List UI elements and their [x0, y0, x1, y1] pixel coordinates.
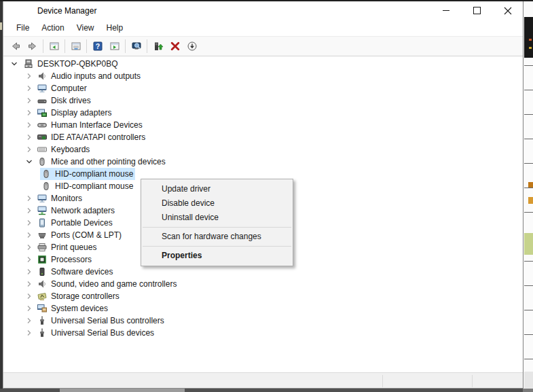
context-menu-item-uninstall-device[interactable]: Uninstall device: [141, 211, 293, 225]
context-menu-item-scan-for-hardware-changes[interactable]: Scan for hardware changes: [141, 230, 293, 244]
status-bar-separator: [382, 375, 383, 387]
system-device-icon: [37, 303, 48, 314]
chevron-right-icon[interactable]: [24, 83, 35, 94]
tree-item-display-adapters[interactable]: Display adapters: [36, 107, 113, 119]
tree-item-ide-ata-atapi-controllers[interactable]: IDE ATA/ATAPI controllers: [36, 131, 147, 143]
chevron-right-icon[interactable]: [24, 303, 35, 314]
chevron-right-icon[interactable]: [24, 266, 35, 277]
back-button[interactable]: [7, 38, 24, 54]
title-bar[interactable]: Device Manager: [3, 1, 523, 20]
minimize-button[interactable]: [431, 1, 462, 20]
maximize-button[interactable]: [462, 1, 492, 20]
tree-item-monitors[interactable]: Monitors: [36, 192, 84, 204]
close-button[interactable]: [492, 1, 523, 20]
menubar-item-action[interactable]: Action: [35, 21, 70, 35]
background-orange-mark: [528, 182, 533, 188]
chevron-right-icon[interactable]: [24, 132, 35, 143]
tree-item-portable-devices[interactable]: Portable Devices: [36, 217, 115, 229]
chevron-right-icon[interactable]: [24, 107, 35, 118]
forward-icon: [27, 41, 38, 52]
display-adapter-icon: [37, 107, 48, 118]
chevron-right-icon[interactable]: [24, 254, 35, 265]
tree-item-disk-drives[interactable]: Disk drives: [36, 94, 93, 107]
background-taskbar-edge: [0, 389, 533, 392]
svg-text:?: ?: [95, 42, 99, 50]
ide-controller-icon: [37, 132, 48, 143]
tree-row: Display adapters: [3, 107, 523, 119]
scan-hardware-button[interactable]: [128, 38, 145, 54]
tree-item-network-adapters[interactable]: Network adapters: [36, 204, 117, 217]
tree-row: IDE ATA/ATAPI controllers: [3, 131, 523, 143]
chevron-down-icon[interactable]: [9, 58, 20, 69]
tree-item-label: HID-compliant mouse: [55, 169, 133, 179]
forward-button[interactable]: [24, 38, 41, 54]
tree-item-label: Mice and other pointing devices: [51, 157, 166, 166]
tree-item-software-devices[interactable]: Software devices: [36, 266, 115, 278]
tree-item-label: Monitors: [51, 194, 82, 203]
disable-device-button[interactable]: [183, 38, 200, 54]
chevron-right-icon[interactable]: [24, 71, 35, 82]
sound-icon: [37, 279, 48, 289]
disk-icon: [37, 95, 48, 106]
menubar-item-help[interactable]: Help: [100, 21, 130, 35]
chevron-down-icon[interactable]: [24, 156, 35, 167]
chevron-right-icon[interactable]: [24, 120, 35, 130]
tree-item-label: IDE ATA/ATAPI controllers: [51, 132, 145, 142]
help-button[interactable]: ?: [89, 38, 106, 54]
context-menu: Update driverDisable deviceUninstall dev…: [141, 179, 293, 266]
chevron-right-icon[interactable]: [24, 205, 35, 216]
chevron-right-icon[interactable]: [24, 144, 35, 155]
tree-row: System devices: [3, 302, 523, 315]
chevron-right-icon[interactable]: [24, 95, 35, 106]
tree-item-universal-serial-bus-devices[interactable]: Universal Serial Bus devices: [36, 327, 156, 339]
window-title: Device Manager: [37, 6, 96, 16]
printer-icon: [37, 242, 48, 253]
toolbar-separator: [125, 39, 126, 53]
context-menu-separator: [143, 227, 291, 228]
chevron-right-icon[interactable]: [24, 327, 35, 338]
toolbar-separator: [86, 39, 87, 53]
device-manager-icon: [22, 5, 33, 16]
processor-icon: [37, 254, 48, 265]
menubar-item-file[interactable]: File: [10, 21, 35, 35]
chevron-right-icon[interactable]: [24, 230, 35, 240]
chevron-right-icon[interactable]: [24, 242, 35, 253]
tree-item-human-interface-devices[interactable]: Human Interface Devices: [36, 119, 145, 131]
context-menu-separator: [143, 246, 291, 247]
tree-item-computer[interactable]: Computer: [36, 82, 89, 94]
tree-row: Sound, video and game controllers: [3, 278, 523, 290]
tree-item-print-queues[interactable]: Print queues: [36, 241, 98, 253]
tree-item-label: Print queues: [51, 243, 96, 252]
chevron-right-icon[interactable]: [24, 291, 35, 302]
show-console-tree-button[interactable]: [45, 38, 62, 54]
chevron-right-icon[interactable]: [24, 315, 35, 326]
monitor-icon: [37, 83, 48, 94]
uninstall-device-button[interactable]: [166, 38, 183, 54]
context-menu-item-update-driver[interactable]: Update driver: [141, 182, 293, 196]
update-driver-button[interactable]: [149, 38, 166, 54]
context-menu-item-disable-device[interactable]: Disable device: [141, 196, 293, 211]
chevron-right-icon[interactable]: [24, 279, 35, 289]
menubar-item-view[interactable]: View: [71, 21, 100, 35]
show-action-pane-button[interactable]: [106, 38, 123, 54]
tree-item-hid-compliant-mouse[interactable]: HID-compliant mouse: [40, 168, 135, 180]
tree-item-processors[interactable]: Processors: [36, 253, 94, 266]
minimize-icon: [443, 7, 450, 14]
properties-button[interactable]: [67, 38, 84, 54]
tree-item-desktop-qbkp0bq[interactable]: DESKTOP-QBKP0BQ: [22, 58, 120, 70]
tree-item-hid-compliant-mouse[interactable]: HID-compliant mouse: [40, 180, 135, 192]
tree-item-system-devices[interactable]: System devices: [36, 302, 110, 315]
tree-item-storage-controllers[interactable]: Storage controllers: [36, 290, 122, 302]
tree-item-audio-inputs-and-outputs[interactable]: Audio inputs and outputs: [36, 70, 143, 82]
tree-item-universal-serial-bus-controllers[interactable]: Universal Serial Bus controllers: [36, 315, 166, 327]
tree-item-label: Sound, video and game controllers: [51, 279, 177, 289]
tree-item-mice-and-other-pointing-devices[interactable]: Mice and other pointing devices: [36, 156, 168, 168]
tree-item-ports-com-lpt-[interactable]: Ports (COM & LPT): [36, 229, 124, 241]
chevron-right-icon[interactable]: [24, 193, 35, 204]
properties-icon: [71, 41, 81, 52]
chevron-right-icon[interactable]: [24, 217, 35, 228]
tree-item-label: Universal Serial Bus controllers: [51, 316, 164, 325]
context-menu-item-properties[interactable]: Properties: [141, 249, 293, 263]
tree-item-sound-video-and-game-controllers[interactable]: Sound, video and game controllers: [36, 278, 179, 290]
tree-item-keyboards[interactable]: Keyboards: [36, 143, 92, 156]
